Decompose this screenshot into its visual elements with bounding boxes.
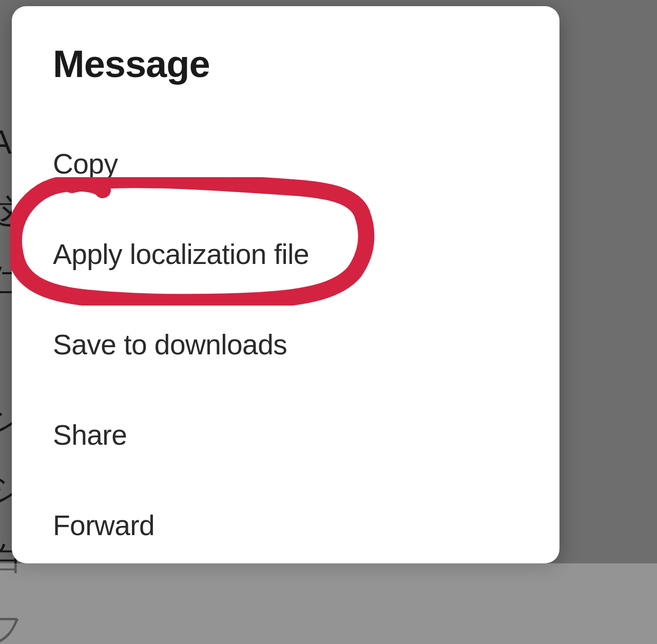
dialog-title: Message bbox=[53, 42, 518, 86]
menu-item-apply-localization[interactable]: Apply localization file bbox=[53, 238, 309, 271]
menu-item-forward[interactable]: Forward bbox=[53, 509, 154, 542]
menu-item-save-to-downloads[interactable]: Save to downloads bbox=[53, 328, 287, 361]
menu-item-copy[interactable]: Copy bbox=[53, 147, 118, 180]
bottom-strip bbox=[0, 563, 657, 644]
message-context-menu: Message Copy Apply localization file Sav… bbox=[12, 6, 559, 563]
menu-item-share[interactable]: Share bbox=[53, 419, 127, 451]
